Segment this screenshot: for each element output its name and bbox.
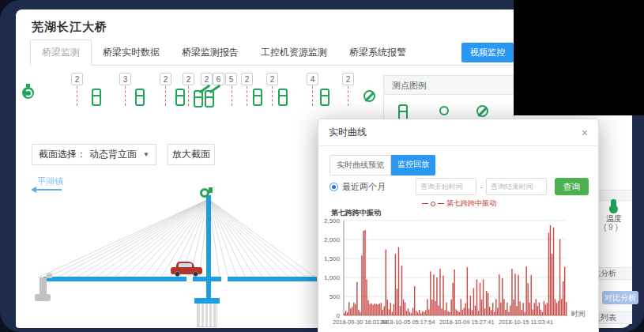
tab-monitor-playback[interactable]: 监控回放: [391, 155, 435, 175]
chain-sensor-icon[interactable]: [319, 89, 328, 103]
sensor-dashed-line: [188, 86, 189, 106]
sensor-dashed-line: [77, 86, 77, 106]
section-select-label: 截面选择：: [32, 148, 89, 161]
query-filter-row: 最近两个月 - 查询: [330, 178, 590, 195]
car-illustration: [171, 262, 202, 277]
realtime-curve-modal: 实时曲线 × 实时曲线预览 监控回放 最近两个月 - 查询 第七跨跨中振动 第七…: [318, 119, 599, 332]
query-end-time-input[interactable]: [486, 178, 547, 195]
compare-analysis-button[interactable]: 对比分析: [602, 291, 638, 304]
y-tick-label: 500: [319, 293, 340, 300]
section-select-box[interactable]: 截面选择： 动态背立面 ▼: [32, 144, 156, 165]
bridge-tower: [206, 195, 211, 308]
chain-sensor-icon[interactable]: [175, 89, 183, 103]
legend-marker-line: [438, 203, 444, 204]
deck-joint: [186, 277, 193, 281]
y-tick-label: 1,000: [319, 274, 340, 281]
sensor-dashed-line: [312, 86, 313, 106]
video-monitor-button[interactable]: 视频监控: [461, 43, 514, 62]
bridge-cables: [22, 193, 316, 281]
bridge-deck: [43, 277, 317, 281]
disabled-sensor-icon[interactable]: [363, 90, 375, 102]
recent-two-months-label: 最近两个月: [342, 181, 386, 193]
dynamometer-icon[interactable]: [22, 87, 34, 99]
x-tick-label: 2018-10-09 15:27:41: [439, 319, 495, 326]
sensor-count-badge: 3: [119, 73, 131, 85]
legend-marker-ring: [431, 202, 435, 206]
x-tick-label: 2018-10-05 05:17:54: [380, 319, 435, 326]
tab-monitor-report[interactable]: 桥梁监测报告: [171, 40, 250, 65]
tab-ipc-resource[interactable]: 工控机资源监测: [250, 40, 338, 65]
left-pier: [40, 277, 47, 295]
sensor-count-badge: 5: [225, 73, 237, 85]
chevron-down-icon[interactable]: ▼: [143, 151, 156, 158]
sensor-count-badge: 2: [160, 73, 171, 85]
sensor-dashed-line: [165, 86, 166, 106]
modal-header: 实时曲线 ×: [318, 119, 598, 146]
sensor-dashed-line: [125, 86, 126, 106]
car-wheel: [193, 271, 198, 277]
tower-sensor-icon[interactable]: [200, 188, 209, 198]
left-arrow-icon: [33, 189, 62, 191]
legend-marker-line: [422, 203, 428, 204]
video-blackout-panel: [514, 0, 644, 115]
modal-title: 实时曲线: [329, 126, 367, 139]
sensor-count-badge: 2: [71, 73, 83, 85]
x-axis-title: 时间: [571, 309, 586, 319]
sensor-dashed-line: [348, 86, 348, 106]
modal-tabbar: 实时曲线预览 监控回放: [330, 155, 435, 175]
chain-sensor-icon[interactable]: [91, 89, 100, 103]
date-range-separator: -: [476, 183, 486, 191]
screen: 芜湖长江大桥 桥梁监测 桥梁实时数据 桥梁监测报告 工控机资源监测 桥梁系统报警…: [0, 0, 644, 332]
tab-system-alarm[interactable]: 桥梁系统报警: [338, 40, 417, 65]
vibration-bar-chart: [342, 219, 569, 319]
tab-realtime-data[interactable]: 桥梁实时数据: [92, 40, 171, 65]
left-pier-notch: [47, 274, 52, 278]
close-icon[interactable]: ×: [582, 127, 588, 138]
chain-sensor-icon[interactable]: [277, 89, 286, 103]
y-tick-label: 1,500: [319, 255, 340, 262]
center-pier-cap: [194, 298, 220, 304]
sensor-count-badge: 2: [342, 73, 354, 85]
sensor-count-badge: 2: [201, 73, 213, 85]
center-pier-columns: [197, 304, 217, 327]
thermometer-icon[interactable]: [611, 199, 616, 209]
car-wheel: [175, 271, 180, 277]
sensor-count-badge: 2: [241, 73, 253, 85]
sensor-dashed-line: [247, 86, 247, 106]
section-select-value[interactable]: 动态背立面: [89, 148, 143, 161]
boom-arm-icon: [209, 85, 221, 94]
enlarge-section-button[interactable]: 放大截面: [168, 144, 215, 165]
recent-two-months-radio[interactable]: [330, 183, 338, 191]
y-tick-label: 2,000: [319, 236, 340, 243]
sensor-count-badge: 2: [183, 73, 194, 85]
chain-sensor-icon[interactable]: [134, 89, 143, 103]
query-start-time-input[interactable]: [416, 178, 476, 195]
tab-curve-preview[interactable]: 实时曲线预览: [330, 155, 391, 175]
legend-circle-icon[interactable]: [439, 106, 449, 115]
chain-sensor-icon[interactable]: [252, 89, 261, 103]
sensor-count-badge: 6: [213, 73, 224, 85]
sensor-count-badge: 4: [307, 73, 318, 85]
tab-bridge-monitoring[interactable]: 桥梁监测: [30, 40, 92, 66]
query-button[interactable]: 查询: [555, 178, 589, 195]
x-tick-label: 2018-10-15 11:03:41: [499, 319, 553, 326]
sensor-count-badge: 2: [266, 73, 278, 85]
sensor-dashed-line: [232, 86, 232, 106]
sensor-dashed-line: [272, 86, 273, 106]
page-title: 芜湖长江大桥: [32, 20, 107, 35]
y-tick-label: 2,500: [319, 217, 340, 224]
deck-joint: [221, 277, 228, 281]
point-legend-title: 测点图例: [384, 76, 514, 95]
direction-label: 平湖镇: [37, 175, 63, 187]
legend-series-name: 第七跨跨中振动: [446, 198, 496, 209]
legend-disabled-icon[interactable]: [476, 105, 488, 117]
legend-chain-icon[interactable]: [397, 104, 406, 119]
temperature-count: ( 9 ): [604, 223, 618, 232]
left-pier-base: [35, 294, 51, 301]
main-tabbar: 桥梁监测 桥梁实时数据 桥梁监测报告 工控机资源监测 桥梁系统报警: [30, 43, 514, 66]
